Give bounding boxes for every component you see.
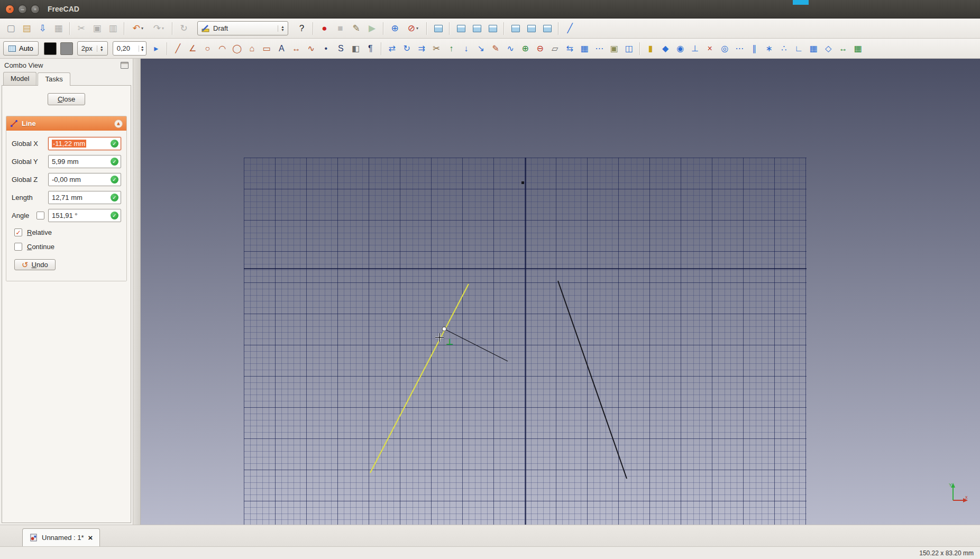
dropdown-chevron-icon[interactable]: ▾ [141, 26, 143, 31]
angle-lock-checkbox[interactable]: ✓ [36, 212, 44, 219]
view-rear-icon[interactable]: ▾ [508, 21, 523, 36]
dock-panel-icon[interactable] [121, 62, 129, 69]
draft-mirror-icon[interactable]: ◫▾ [622, 41, 636, 56]
draft-polygon-icon[interactable]: ⌂▾ [245, 41, 259, 56]
print-icon[interactable]: ▦▾ [51, 21, 66, 36]
working-plane-auto-button[interactable]: Auto [3, 41, 39, 56]
snap-midpoint-icon[interactable]: ◉▾ [673, 41, 688, 56]
snap-ortho-icon[interactable]: ∟▾ [792, 41, 806, 56]
draft-circle-icon[interactable]: ○▾ [200, 41, 215, 56]
draft-scale-icon[interactable]: ↘▾ [474, 41, 488, 56]
macro-stop-icon[interactable]: ■▾ [333, 21, 348, 36]
document-tab[interactable]: Unnamed : 1* × [22, 528, 100, 546]
line-task-header[interactable]: Line ▲ [6, 116, 126, 131]
view-front-icon[interactable]: ▾ [453, 21, 469, 36]
snap-working-plane-icon[interactable]: ◇▾ [821, 41, 836, 56]
draft-wire-icon[interactable]: ∠▾ [186, 41, 200, 56]
whats-this-icon[interactable]: ?▾ [294, 21, 309, 36]
draft-dimension-icon[interactable]: ↔▾ [289, 41, 304, 56]
draft-rotate-icon[interactable]: ↻▾ [400, 41, 414, 56]
line-color-swatch[interactable] [44, 42, 57, 55]
combo-spinner-icon[interactable]: ▲▼ [278, 25, 286, 32]
draw-style-icon[interactable]: ⊘▾ [403, 21, 423, 36]
draft-trimex-icon[interactable]: ✂▾ [429, 41, 444, 56]
snap-dimensions-icon[interactable]: ↔▾ [836, 41, 850, 56]
save-icon[interactable]: ⇩▾ [35, 21, 50, 36]
snap-center-icon[interactable]: ◎▾ [718, 41, 732, 56]
zoom-box-icon[interactable]: ⊕▾ [387, 21, 402, 36]
draft-move-icon[interactable]: ⇄▾ [385, 41, 399, 56]
draft-line-black-short[interactable] [444, 329, 508, 361]
snap-extension-icon[interactable]: ⋯▾ [732, 41, 747, 56]
viewport-3d[interactable]: ⊥ Y x [141, 59, 980, 525]
draft-line-icon[interactable]: ╱▾ [171, 41, 185, 56]
line-width-selector[interactable]: 2px ▲▼ [77, 41, 108, 56]
draft-arc-icon[interactable]: ◠▾ [215, 41, 230, 56]
dropdown-chevron-icon[interactable]: ▾ [416, 26, 418, 31]
combo-spinner-icon[interactable]: ▲▼ [97, 45, 105, 52]
redo-icon[interactable]: ↷▾ [149, 21, 169, 36]
snap-special-icon[interactable]: ∗▾ [762, 41, 776, 56]
view-right-icon[interactable]: ▾ [485, 21, 500, 36]
refresh-icon[interactable]: ↻▾ [176, 21, 191, 36]
draft-line-black-long[interactable] [558, 281, 627, 479]
draft-array-icon[interactable]: ▦▾ [578, 41, 592, 56]
origin-point-marker[interactable] [521, 181, 524, 184]
open-document-icon[interactable]: ▤▾ [19, 21, 34, 36]
continue-checkbox[interactable]: ✓ [14, 243, 22, 251]
collapse-task-icon[interactable]: ▲ [114, 120, 123, 128]
snap-grid-icon[interactable]: ▦▾ [807, 41, 821, 56]
draft-shapestring-icon[interactable]: S▾ [334, 41, 348, 56]
draft-label-icon[interactable]: ¶▾ [363, 41, 378, 56]
document-close-icon[interactable]: × [88, 534, 93, 542]
global-x-input[interactable]: -11,22 mm ✓ [48, 137, 121, 150]
draft-facebinder-icon[interactable]: ◧▾ [349, 41, 363, 56]
macro-play-icon[interactable]: ▶▾ [364, 21, 380, 36]
new-document-icon[interactable]: ▢▾ [3, 21, 19, 36]
angle-input[interactable]: 151,91 ° ✓ [48, 209, 121, 222]
copy-icon[interactable]: ▣▾ [89, 21, 105, 36]
length-input[interactable]: 12,71 mm ✓ [48, 191, 121, 204]
draft-shape2dview-icon[interactable]: ▱▾ [548, 41, 562, 56]
tab-model[interactable]: Model [3, 72, 36, 85]
draft-point-icon[interactable]: •▾ [319, 41, 333, 56]
draft-rectangle-icon[interactable]: ▭▾ [260, 41, 274, 56]
tab-tasks[interactable]: Tasks [38, 72, 70, 86]
draft-edit-icon[interactable]: ✎▾ [489, 41, 503, 56]
draft-text-icon[interactable]: A▾ [274, 41, 289, 56]
draft-downgrade-icon[interactable]: ↓▾ [459, 41, 473, 56]
dropdown-chevron-icon[interactable]: ▾ [162, 26, 164, 31]
snap-lock-icon[interactable]: ▮▾ [644, 41, 658, 56]
workbench-selector[interactable]: Draft ▲▼ [197, 21, 288, 35]
window-close-button[interactable]: × [5, 5, 14, 14]
window-maximize-button[interactable]: ▫ [31, 5, 40, 14]
text-scale-spinbox[interactable]: 0,20 ▲▼ [113, 41, 146, 56]
view-bottom-icon[interactable]: ▾ [524, 21, 539, 36]
draft-ellipse-icon[interactable]: ◯▾ [230, 41, 244, 56]
spinbox-arrows-icon[interactable]: ▲▼ [139, 45, 146, 52]
panel-splitter[interactable] [133, 59, 141, 525]
close-task-button[interactable]: Close [48, 93, 85, 105]
undo-button[interactable]: ↺ Undo [14, 259, 56, 270]
snap-parallel-icon[interactable]: ∥▾ [747, 41, 762, 56]
macro-record-icon[interactable]: ●▾ [317, 21, 332, 36]
window-minimize-button[interactable]: – [18, 5, 27, 14]
face-color-swatch[interactable] [60, 42, 73, 55]
view-top-icon[interactable]: ▾ [469, 21, 484, 36]
undo-icon[interactable]: ↶▾ [128, 21, 148, 36]
draft-upgrade-icon[interactable]: ↑▾ [444, 41, 459, 56]
draft-patharray-icon[interactable]: ⋯▾ [592, 41, 607, 56]
paste-icon[interactable]: ▥▾ [105, 21, 121, 36]
draft-delpoint-icon[interactable]: ⊖▾ [533, 41, 547, 56]
relative-checkbox[interactable]: ✓ [14, 228, 22, 236]
view-isometric-icon[interactable]: ▾ [431, 21, 446, 36]
apply-style-icon[interactable]: ▸▾ [149, 41, 163, 56]
snap-endpoint-icon[interactable]: ◆▾ [658, 41, 673, 56]
draft-line-in-progress[interactable] [370, 284, 469, 473]
draft-clone-icon[interactable]: ▣▾ [607, 41, 621, 56]
cut-icon[interactable]: ✂▾ [74, 21, 89, 36]
draft-offset-icon[interactable]: ⇉▾ [415, 41, 429, 56]
snap-near-icon[interactable]: ∴▾ [777, 41, 791, 56]
global-z-input[interactable]: -0,00 mm ✓ [48, 173, 121, 186]
view-left-icon[interactable]: ▾ [539, 21, 555, 36]
